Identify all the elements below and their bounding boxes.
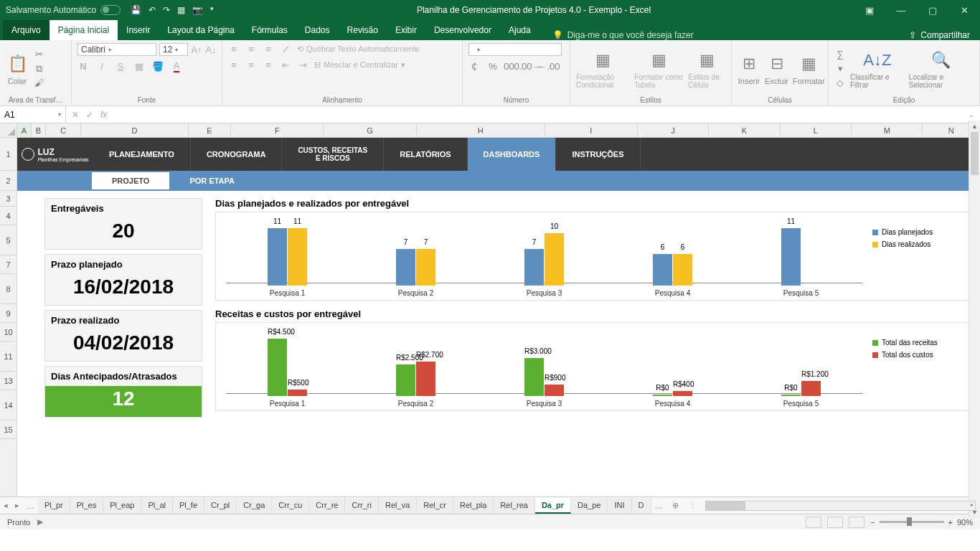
new-sheet-button[interactable]: ⊕: [666, 501, 684, 510]
font-color-icon[interactable]: A: [171, 60, 182, 72]
tab-insert[interactable]: Inserir: [118, 20, 159, 40]
undo-icon[interactable]: ↶: [149, 5, 156, 15]
nav-instruções[interactable]: INSTRUÇÕES: [556, 138, 640, 171]
row-header-14[interactable]: 14: [0, 390, 17, 420]
name-box[interactable]: A1▾: [0, 106, 66, 123]
page-layout-view-icon[interactable]: [827, 517, 843, 528]
sheet-tab-Crr_ri[interactable]: Crr_ri: [345, 498, 379, 514]
row-header-8[interactable]: 8: [0, 274, 17, 304]
align-left-icon[interactable]: ≡: [228, 59, 240, 70]
comma-icon[interactable]: 000: [506, 60, 517, 72]
conditional-format-button[interactable]: ▦Formatação Condicional: [576, 49, 630, 89]
format-table-button[interactable]: ▦Formatar como Tabela: [634, 49, 684, 89]
underline-icon[interactable]: S: [115, 60, 126, 72]
tab-nav-more[interactable]: …: [23, 501, 38, 510]
col-header-J[interactable]: J: [638, 123, 709, 137]
tab-layout[interactable]: Layout da Página: [159, 20, 242, 40]
wrap-text-button[interactable]: ⟲ Quebrar Texto Automaticamente: [297, 44, 420, 54]
row-header-13[interactable]: 13: [0, 372, 17, 390]
bold-icon[interactable]: N: [77, 60, 89, 72]
format-painter-icon[interactable]: 🖌: [33, 77, 44, 89]
sort-filter-button[interactable]: A↓ZClassificar e Filtrar: [850, 49, 905, 89]
increase-decimal-icon[interactable]: .00→: [524, 60, 536, 72]
align-bottom-icon[interactable]: ≡: [263, 43, 274, 55]
copy-icon[interactable]: ⧉: [33, 63, 44, 75]
hscroll-thumb[interactable]: [706, 501, 745, 510]
tab-formulas[interactable]: Fórmulas: [243, 20, 296, 40]
row-header-7[interactable]: 7: [0, 255, 17, 274]
share-button[interactable]: ⇪ Compartilhar: [909, 30, 980, 40]
zoom-level[interactable]: 90%: [957, 518, 973, 527]
sheet-tab-Pl_eap[interactable]: Pl_eap: [103, 498, 141, 514]
col-header-F[interactable]: F: [231, 123, 324, 137]
fx-icon[interactable]: fx: [100, 110, 107, 120]
row-header-4[interactable]: 4: [0, 207, 17, 225]
tab-splitter[interactable]: ⋮: [684, 501, 701, 510]
zoom-out-icon[interactable]: −: [870, 518, 875, 527]
format-cells-button[interactable]: ▦Formatar: [793, 52, 825, 85]
tab-nav-ellipsis[interactable]: …: [651, 501, 666, 510]
align-right-icon[interactable]: ≡: [263, 59, 274, 70]
sheet-tab-Cr_ga[interactable]: Cr_ga: [237, 498, 272, 514]
maximize-button[interactable]: ▢: [917, 0, 948, 20]
col-header-H[interactable]: H: [417, 123, 545, 137]
font-size-combo[interactable]: 12▾: [159, 43, 188, 56]
clear-icon[interactable]: ◇: [834, 77, 846, 89]
paste-button[interactable]: 📋 Colar: [6, 52, 29, 85]
zoom-slider[interactable]: [880, 521, 944, 523]
row-header-11[interactable]: 11: [0, 342, 17, 372]
fill-color-icon[interactable]: 🪣: [152, 60, 164, 72]
redo-icon[interactable]: ↷: [163, 5, 170, 15]
page-break-view-icon[interactable]: [849, 517, 864, 528]
ribbon-options-icon[interactable]: ▣: [854, 0, 885, 20]
tab-data[interactable]: Dados: [296, 20, 339, 40]
col-header-M[interactable]: M: [852, 123, 923, 137]
tab-nav-next[interactable]: ▸: [11, 501, 23, 510]
autosave-toggle[interactable]: Salvamento Automático: [0, 5, 121, 15]
save-icon[interactable]: 💾: [131, 5, 141, 15]
sheet-tab-Pl_pr[interactable]: Pl_pr: [38, 498, 70, 514]
col-header-C[interactable]: C: [46, 123, 82, 137]
subnav-projeto[interactable]: PROJETO: [92, 172, 169, 189]
scroll-up-icon[interactable]: ▲: [969, 121, 980, 132]
toggle-switch[interactable]: [100, 5, 121, 15]
select-all-corner[interactable]: [0, 123, 17, 138]
row-header-10[interactable]: 10: [0, 323, 17, 342]
decrease-indent-icon[interactable]: ⇤: [280, 59, 291, 70]
nav-cronograma[interactable]: CRONOGRAMA: [191, 138, 283, 171]
row-header-1[interactable]: 1: [0, 138, 17, 171]
nav-planejamento[interactable]: PLANEJAMENTO: [93, 138, 191, 171]
tab-review[interactable]: Revisão: [339, 20, 387, 40]
col-header-L[interactable]: L: [781, 123, 852, 137]
orientation-icon[interactable]: ⤢: [280, 43, 291, 55]
tab-home[interactable]: Página Inicial: [50, 20, 118, 40]
row-header-2[interactable]: 2: [0, 171, 17, 191]
enter-icon[interactable]: ✓: [86, 110, 93, 120]
macro-record-icon[interactable]: ▶: [37, 517, 43, 527]
sheet-tab-Da_pr[interactable]: Da_pr: [535, 498, 571, 514]
font-name-combo[interactable]: Calibri▾: [77, 43, 156, 56]
vertical-scrollbar[interactable]: ▲ ▼: [969, 121, 980, 518]
tab-nav-prev[interactable]: ◂: [0, 501, 11, 510]
col-header-I[interactable]: I: [545, 123, 638, 137]
preview-icon[interactable]: ▦: [177, 5, 185, 15]
camera-icon[interactable]: 📷: [192, 5, 203, 15]
sheet-tab-Pl_es[interactable]: Pl_es: [70, 498, 104, 514]
increase-font-icon[interactable]: A↑: [191, 44, 202, 55]
col-header-B[interactable]: B: [32, 123, 46, 137]
scroll-thumb[interactable]: [971, 132, 979, 175]
tab-view[interactable]: Exibir: [387, 20, 425, 40]
col-header-E[interactable]: E: [189, 123, 232, 137]
sheet-tab-Crr_cu[interactable]: Crr_cu: [272, 498, 309, 514]
percent-icon[interactable]: %: [487, 60, 499, 72]
insert-cells-button[interactable]: ⊞Inserir: [738, 52, 760, 85]
col-header-K[interactable]: K: [709, 123, 780, 137]
col-header-A[interactable]: A: [17, 123, 32, 137]
align-middle-icon[interactable]: ≡: [245, 43, 257, 55]
col-header-G[interactable]: G: [324, 123, 416, 137]
nav-relatórios[interactable]: RELATÓRIOS: [384, 138, 467, 171]
close-button[interactable]: ✕: [948, 0, 980, 20]
subnav-por-etapa[interactable]: POR ETAPA: [169, 172, 255, 189]
normal-view-icon[interactable]: [806, 517, 821, 528]
fill-icon[interactable]: ▾: [834, 63, 846, 75]
